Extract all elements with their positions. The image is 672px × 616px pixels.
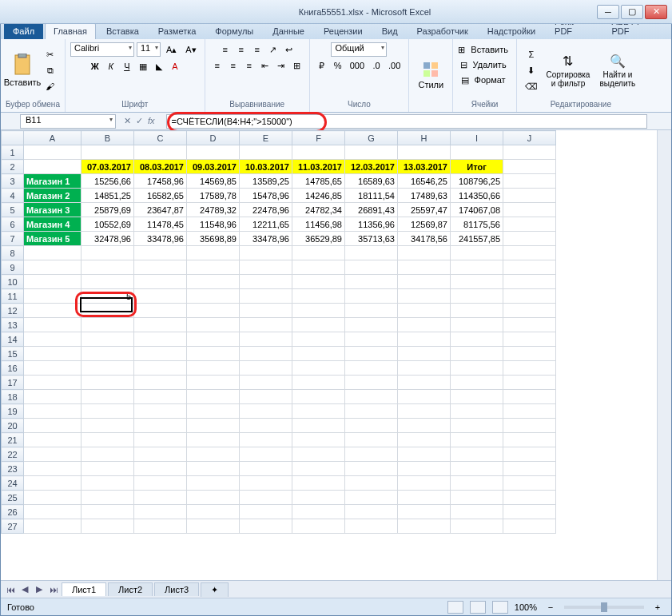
cell[interactable] — [82, 505, 134, 519]
cell[interactable] — [24, 447, 82, 462]
cell[interactable]: Магазин 2 — [24, 189, 82, 203]
column-header[interactable]: F — [292, 131, 345, 145]
cell[interactable] — [503, 246, 556, 260]
cell[interactable] — [134, 462, 187, 476]
row-header[interactable]: 6 — [2, 217, 24, 232]
border-button[interactable]: ▦ — [136, 59, 150, 74]
font-color-button[interactable]: A — [168, 59, 182, 74]
cell[interactable] — [82, 433, 134, 447]
sheet-nav-next[interactable]: ▶ — [33, 583, 46, 596]
row-header[interactable]: 17 — [2, 376, 24, 390]
cell[interactable] — [24, 505, 82, 519]
cell[interactable] — [134, 347, 187, 361]
tab-review[interactable]: Рецензии — [315, 22, 372, 39]
font-size-combo[interactable]: 11 — [137, 42, 161, 57]
cell[interactable] — [187, 376, 240, 390]
align-left-button[interactable]: ≡ — [210, 58, 225, 73]
cell[interactable] — [292, 376, 345, 390]
cell[interactable] — [345, 304, 398, 318]
cell[interactable] — [451, 289, 503, 304]
column-header[interactable]: I — [451, 131, 503, 145]
cell[interactable] — [451, 419, 503, 433]
sheet-tab-2[interactable]: Лист2 — [108, 582, 153, 596]
cell[interactable] — [345, 462, 398, 476]
sheet-tab-3[interactable]: Лист3 — [154, 582, 199, 596]
underline-button[interactable]: Ч — [120, 59, 134, 74]
cell[interactable] — [240, 260, 292, 275]
qat-save-button[interactable]: 💾 — [10, 3, 28, 18]
cell[interactable] — [240, 419, 292, 433]
increase-decimal-button[interactable]: .0 — [369, 58, 384, 73]
cell[interactable] — [451, 332, 503, 347]
column-header[interactable]: D — [187, 131, 240, 145]
cell[interactable] — [134, 519, 187, 534]
cell[interactable] — [345, 476, 398, 491]
cell[interactable] — [24, 390, 82, 404]
cell[interactable] — [24, 332, 82, 347]
row-header[interactable]: 9 — [2, 260, 24, 275]
cell[interactable] — [292, 476, 345, 491]
cell[interactable] — [345, 289, 398, 304]
cell[interactable] — [503, 145, 556, 160]
row-header[interactable]: 14 — [2, 332, 24, 347]
cell[interactable] — [451, 347, 503, 361]
sheet-nav-last[interactable]: ⏭ — [47, 583, 60, 596]
currency-button[interactable]: ₽ — [315, 58, 329, 73]
cell[interactable] — [240, 376, 292, 390]
tab-insert[interactable]: Вставка — [97, 22, 148, 39]
cell[interactable] — [451, 476, 503, 491]
cell[interactable] — [82, 332, 134, 347]
cell[interactable] — [292, 419, 345, 433]
cell[interactable]: 09.03.2017 — [187, 160, 240, 174]
cell[interactable]: 36529,89 — [292, 232, 345, 246]
cell[interactable] — [24, 275, 82, 289]
maximize-button[interactable]: ▢ — [621, 5, 643, 19]
cell[interactable] — [24, 289, 82, 304]
cell[interactable] — [503, 160, 556, 174]
align-middle-button[interactable]: ≡ — [234, 42, 249, 57]
cell[interactable] — [187, 390, 240, 404]
tab-home[interactable]: Главная — [45, 22, 96, 39]
cell[interactable] — [398, 289, 451, 304]
cell[interactable] — [503, 304, 556, 318]
cell[interactable]: 08.03.2017 — [134, 160, 187, 174]
cell[interactable] — [398, 419, 451, 433]
cell[interactable] — [24, 160, 82, 174]
cell[interactable] — [398, 145, 451, 160]
cell[interactable] — [24, 462, 82, 476]
cell[interactable] — [292, 304, 345, 318]
cell[interactable] — [82, 390, 134, 404]
fill-button[interactable]: ⬇ — [522, 63, 541, 77]
cell[interactable]: Итог — [451, 160, 503, 174]
cell[interactable] — [345, 246, 398, 260]
zoom-slider[interactable] — [564, 606, 644, 609]
cell[interactable] — [24, 404, 82, 419]
zoom-out-button[interactable]: − — [543, 600, 558, 614]
cell[interactable] — [187, 145, 240, 160]
cell[interactable] — [292, 404, 345, 419]
row-header[interactable]: 27 — [2, 519, 24, 534]
cell[interactable]: 33478,96 — [134, 232, 187, 246]
cell[interactable] — [451, 260, 503, 275]
cell[interactable] — [82, 476, 134, 491]
clear-button[interactable]: ⌫ — [522, 79, 541, 93]
fx-icon[interactable]: fx — [148, 116, 155, 126]
cell[interactable] — [503, 289, 556, 304]
cell[interactable] — [345, 404, 398, 419]
cell[interactable] — [503, 232, 556, 246]
cell[interactable]: 16546,25 — [398, 174, 451, 189]
cell[interactable] — [82, 275, 134, 289]
cell[interactable]: 24782,34 — [292, 203, 345, 217]
cell[interactable]: 11456,98 — [292, 217, 345, 232]
qat-redo-button[interactable]: ↷ — [52, 3, 66, 18]
cell[interactable] — [451, 462, 503, 476]
cell[interactable] — [292, 347, 345, 361]
row-header[interactable]: 15 — [2, 347, 24, 361]
cell[interactable] — [187, 361, 240, 376]
cell[interactable]: 15478,96 — [240, 189, 292, 203]
cell[interactable] — [503, 519, 556, 534]
cell[interactable] — [24, 361, 82, 376]
cell[interactable] — [398, 433, 451, 447]
cell[interactable] — [398, 390, 451, 404]
cell[interactable] — [451, 404, 503, 419]
